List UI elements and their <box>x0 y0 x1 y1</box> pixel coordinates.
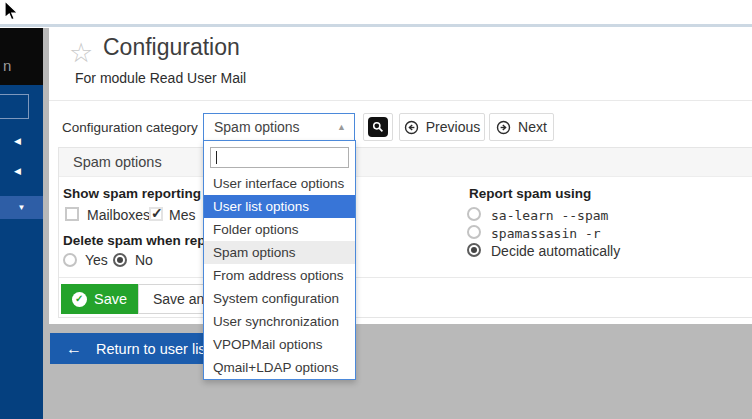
dropdown-item[interactable]: Qmail+LDAP options <box>204 356 355 379</box>
category-select[interactable]: Spam options ▲ <box>203 113 355 141</box>
category-label: Configuration category <box>62 120 198 135</box>
find-option-button[interactable] <box>363 113 393 141</box>
dropdown-item[interactable]: User interface options <box>204 172 355 195</box>
decide-automatically-radio[interactable] <box>467 243 481 257</box>
dropdown-item-current[interactable]: Spam options <box>204 241 355 264</box>
spamassassin-radio[interactable] <box>467 225 481 239</box>
spamassassin-radio-label[interactable]: spamassasin -r <box>491 226 601 241</box>
chevron-left-icon[interactable]: ◀ <box>14 136 30 146</box>
left-arrow-icon: ← <box>66 341 82 357</box>
category-dropdown: User interface options User list options… <box>203 140 356 380</box>
dropdown-item[interactable]: User synchronization <box>204 310 355 333</box>
spam-options-panel: Spam options Show spam reporting b Mailb… <box>58 147 752 318</box>
dropdown-list: User interface options User list options… <box>204 172 355 379</box>
sidebar-logo-header: n <box>0 28 43 85</box>
next-button[interactable]: Next <box>489 113 554 141</box>
no-radio[interactable] <box>113 253 127 267</box>
dropdown-item[interactable]: System configuration <box>204 287 355 310</box>
decide-automatically-radio-label[interactable]: Decide automatically <box>491 243 620 259</box>
mailboxes-checkbox-label[interactable]: Mailboxes <box>87 207 150 223</box>
page-title: Configuration <box>103 34 240 61</box>
circle-arrow-right-icon <box>496 120 511 135</box>
dropdown-search-input[interactable] <box>210 147 349 168</box>
delete-spam-label: Delete spam when repo <box>63 233 214 248</box>
screen: n ◀ ◀ ▼ ☆ Configuration For module Read … <box>0 0 752 419</box>
search-doc-icon <box>368 117 388 137</box>
yes-radio[interactable] <box>63 253 77 267</box>
sidebar: n ◀ ◀ ▼ <box>0 28 43 419</box>
sa-learn-radio-label[interactable]: sa-learn --spam <box>491 208 608 223</box>
return-to-user-list-label: Return to user list <box>96 341 210 357</box>
previous-button[interactable]: Previous <box>399 113 485 141</box>
mailboxes-checkbox[interactable] <box>65 207 79 221</box>
form-divider <box>59 277 752 278</box>
text-cursor <box>216 151 217 164</box>
category-select-value: Spam options <box>214 114 300 140</box>
check-circle-icon <box>72 292 87 307</box>
show-spam-reporting-label: Show spam reporting b <box>63 186 213 201</box>
page-subtitle: For module Read User Mail <box>75 70 246 86</box>
window-top-edge <box>0 24 752 27</box>
report-spam-using-label: Report spam using <box>469 186 591 201</box>
dropdown-item-highlighted[interactable]: User list options <box>204 195 355 218</box>
messages-checkbox[interactable] <box>149 207 163 221</box>
previous-button-label: Previous <box>426 119 480 135</box>
save-button[interactable]: Save <box>61 284 138 314</box>
sidebar-search-input[interactable] <box>0 94 29 119</box>
panel-header: Spam options <box>59 148 752 177</box>
save-button-label: Save <box>94 291 127 307</box>
header-divider <box>49 100 752 101</box>
favorite-star-icon[interactable]: ☆ <box>69 40 93 67</box>
messages-checkbox-label[interactable]: Mes <box>169 207 195 223</box>
dropdown-search <box>210 147 349 168</box>
chevron-left-icon[interactable]: ◀ <box>14 166 30 176</box>
dropdown-item[interactable]: Folder options <box>204 218 355 241</box>
panel-title: Spam options <box>73 154 162 170</box>
dropdown-item[interactable]: From address options <box>204 264 355 287</box>
chevron-down-icon: ▼ <box>18 203 26 212</box>
next-button-label: Next <box>518 119 547 135</box>
circle-arrow-left-icon <box>404 120 419 135</box>
sidebar-logo-text: n <box>3 57 11 74</box>
select-caret-icon: ▲ <box>337 123 346 132</box>
no-radio-label[interactable]: No <box>135 252 153 268</box>
save-and-next-button-label: Save an <box>153 291 204 307</box>
dropdown-item[interactable]: VPOPMail options <box>204 333 355 356</box>
sidebar-item-expanded[interactable]: ▼ <box>0 196 43 219</box>
sa-learn-radio[interactable] <box>467 207 481 221</box>
yes-radio-label[interactable]: Yes <box>85 252 108 268</box>
mouse-cursor <box>3 0 20 23</box>
